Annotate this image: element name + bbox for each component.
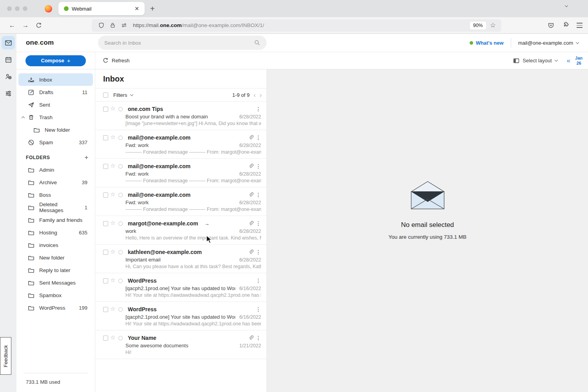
filters-label[interactable]: Filters [113,92,127,98]
read-indicator-icon[interactable] [118,136,123,140]
permissions-icon[interactable] [121,22,127,28]
sidebar-folder-wordpress[interactable]: WordPress199 [18,301,93,314]
refresh-icon[interactable] [103,58,109,64]
star-icon[interactable]: ☆ [110,134,116,141]
read-indicator-icon[interactable] [118,307,123,312]
email-checkbox[interactable] [103,107,108,112]
email-row[interactable]: ☆ Your Name ⋮ Some awesome documents1/21… [95,330,267,359]
star-icon[interactable]: ☆ [110,105,116,112]
star-icon[interactable]: ☆ [110,277,116,284]
email-row[interactable]: ☆ one.com Tips ⋮ Boost your brand with a… [95,102,267,130]
menu-hamburger-icon[interactable] [577,23,583,27]
kebab-menu-icon[interactable]: ⋮ [256,335,261,341]
collapse-caret-icon[interactable] [22,116,25,119]
whats-new-link[interactable]: What's new [470,40,504,46]
refresh-label[interactable]: Refresh [112,58,130,64]
sidebar-folder-invoices[interactable]: invoices [18,239,93,251]
sidebar-item-drafts[interactable]: Drafts 11 [18,86,93,98]
collapse-calendar-icon[interactable]: « [567,57,570,65]
forward-button[interactable]: → [19,22,32,29]
sidebar-folder-sent-messages[interactable]: Sent Messages [18,276,93,289]
email-checkbox[interactable] [103,278,108,283]
read-indicator-icon[interactable] [118,107,123,111]
kebab-menu-icon[interactable]: ⋮ [256,106,261,112]
sidebar-folder-deleted-messages[interactable]: Deleted Messages1 [18,201,93,214]
tab-close-icon[interactable]: ✕ [133,5,141,12]
search-input[interactable] [104,40,254,46]
kebab-menu-icon[interactable]: ⋮ [256,192,261,198]
star-icon[interactable]: ☆ [110,305,116,312]
email-row[interactable]: ☆ mail@one-example.com ⋮ Fwd: work6/28/2… [95,187,267,216]
sidebar-item-sent[interactable]: Sent [18,98,93,111]
email-row[interactable]: ☆ WordPress ⋮ [qacph2.1prod.one] Your si… [95,302,267,330]
sidebar-folder-archive[interactable]: Archive39 [18,176,93,189]
maximize-window-button[interactable] [23,6,27,11]
sidebar-folder-family-and-friends[interactable]: Family and friends [18,214,93,226]
kebab-menu-icon[interactable]: ⋮ [256,306,261,312]
read-indicator-icon[interactable] [118,193,123,197]
search-bar[interactable] [98,36,267,50]
next-page-icon[interactable]: › [260,92,262,98]
sidebar-folder-boss[interactable]: Boss [18,189,93,201]
mini-calendar-date[interactable]: Jan 26 [575,56,583,65]
email-checkbox[interactable] [103,307,108,312]
feedback-tab[interactable]: Feedback [0,337,11,375]
rail-settings-tab[interactable] [2,87,15,100]
sidebar-item-trash-new-folder[interactable]: New folder [18,123,93,136]
account-menu[interactable]: mail@one-example.com [518,40,579,46]
email-checkbox[interactable] [103,221,108,226]
select-all-checkbox[interactable] [103,93,108,98]
kebab-menu-icon[interactable]: ⋮ [256,163,261,169]
minimize-window-button[interactable] [15,6,20,11]
read-indicator-icon[interactable] [118,221,123,226]
star-icon[interactable]: ☆ [110,334,116,341]
browser-tab-webmail[interactable]: Webmail ✕ [58,2,145,15]
email-row[interactable]: ☆ mail@one-example.com ⋮ Fwd: work6/28/2… [95,130,267,159]
add-folder-button[interactable]: + [84,154,89,162]
sidebar-item-trash[interactable]: Trash [18,111,93,123]
email-checkbox[interactable] [103,250,108,255]
sidebar-item-spam[interactable]: Spam 337 [18,136,93,149]
close-window-button[interactable] [7,6,12,11]
tab-list-chevron-icon[interactable] [565,4,568,7]
email-row[interactable]: ☆ margot@one-example.com → ⋮ work6/28/20… [95,216,267,245]
read-indicator-icon[interactable] [118,164,123,169]
sidebar-folder-hosting[interactable]: Hosting635 [18,226,93,239]
kebab-menu-icon[interactable]: ⋮ [256,220,261,227]
new-tab-button[interactable]: + [150,4,155,13]
kebab-menu-icon[interactable]: ⋮ [256,249,261,255]
window-controls[interactable] [7,6,27,11]
search-icon[interactable] [254,40,260,46]
rail-calendar-tab[interactable] [2,53,15,66]
star-icon[interactable]: ☆ [110,191,116,198]
kebab-menu-icon[interactable]: ⋮ [256,134,261,141]
extensions-puzzle-icon[interactable] [562,22,569,29]
read-indicator-icon[interactable] [118,336,123,340]
lock-icon[interactable] [110,22,116,28]
sidebar-item-inbox[interactable]: Inbox [18,73,93,86]
zoom-level-badge[interactable]: 90% [470,22,486,29]
rail-mail-tab[interactable] [2,36,15,49]
bookmark-star-icon[interactable]: ☆ [490,21,496,29]
sidebar-folder-new-folder[interactable]: New folder [18,251,93,264]
select-layout-menu[interactable]: Select layout [513,58,557,64]
url-bar[interactable]: https://mail.one.com/mail@one-example.co… [92,19,501,32]
email-row[interactable]: ☆ WordPress ⋮ [qacph2.1prod.one] Your si… [95,273,267,302]
prev-page-icon[interactable]: ‹ [254,92,256,98]
star-icon[interactable]: ☆ [110,248,116,255]
compose-button[interactable]: Compose + [25,55,86,66]
chevron-down-icon[interactable] [130,93,133,96]
reload-button[interactable] [32,22,45,29]
read-indicator-icon[interactable] [118,250,123,254]
sidebar-folder-spambox[interactable]: Spambox [18,289,93,301]
sidebar-folder-reply-to-later[interactable]: Reply to later [18,264,93,276]
back-button[interactable]: ← [5,22,19,29]
email-checkbox[interactable] [103,164,108,169]
email-checkbox[interactable] [103,135,108,140]
star-icon[interactable]: ☆ [110,220,116,227]
read-indicator-icon[interactable] [118,279,123,283]
sidebar-folder-admin[interactable]: Admin [18,163,93,176]
email-row[interactable]: ☆ mail@one-example.com ⋮ Fwd: work6/28/2… [95,159,267,187]
rail-contacts-tab[interactable] [2,70,15,83]
kebab-menu-icon[interactable]: ⋮ [256,278,261,284]
